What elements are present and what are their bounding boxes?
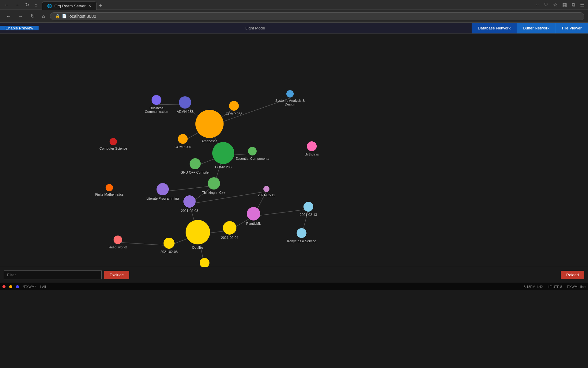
node-label-birthdays: Birthdays xyxy=(305,152,319,156)
buffer-network-tab[interactable]: Buffer Network xyxy=(517,23,556,33)
active-tab[interactable]: 🌐 Org Roam Server ✕ xyxy=(42,2,96,10)
time-label: 8:18PM 1.42 xyxy=(524,285,543,289)
status-right: 8:18PM 1.42 LF UTF-8 EXWM : line xyxy=(524,285,586,289)
node-label-business-comm: BusinessCommunication xyxy=(145,106,168,113)
nav-back-button[interactable]: ← xyxy=(4,12,13,20)
node-circle-athabasca xyxy=(195,110,224,138)
node-immutable-emacs[interactable]: Immutable Emacs xyxy=(191,258,218,267)
node-circle-systems-analysis xyxy=(286,90,294,98)
node-comp200[interactable]: COMP 200 xyxy=(175,134,191,149)
file-viewer-tab[interactable]: File Viewer xyxy=(556,23,588,33)
node-circle-2021-02-03 xyxy=(183,195,196,208)
url-text: localhost:8080 xyxy=(69,14,96,19)
node-label-thinking-cpp: Thinking in C++ xyxy=(202,191,225,194)
database-network-tab[interactable]: Database Network xyxy=(472,23,517,33)
node-label-2021-02-13: 2021-02-13 xyxy=(300,213,317,217)
node-label-admn233: ADMN 233 xyxy=(177,110,193,113)
tab-close-button[interactable]: ✕ xyxy=(88,4,91,8)
node-gnu-cpp[interactable]: GNU C++ Compiler xyxy=(180,158,209,174)
back-button[interactable]: ← xyxy=(2,2,11,8)
node-label-essential: Essential Components xyxy=(236,157,269,160)
node-circle-2021-02-11 xyxy=(263,186,270,192)
status-bar: *EXWM* 1 All 8:18PM 1.42 LF UTF-8 EXWM :… xyxy=(0,283,588,290)
forward-button[interactable]: → xyxy=(13,2,21,8)
app-navbar: Enable Preview Light Mode Database Netwo… xyxy=(0,23,588,34)
nav-left: Enable Preview xyxy=(0,23,39,33)
node-circle-essential xyxy=(248,147,257,155)
node-comp206[interactable]: COMP 206 xyxy=(212,142,234,169)
node-dotfiles[interactable]: Dotfiles xyxy=(186,220,210,249)
exclude-button[interactable]: Exclude xyxy=(104,271,129,279)
node-label-literate-prog: Literate Programming xyxy=(146,197,179,200)
enable-preview-button[interactable]: Enable Preview xyxy=(0,26,39,30)
node-2021-02-13[interactable]: 2021-02-13 xyxy=(300,202,317,217)
workspace-label: *EXWM* xyxy=(23,285,36,289)
node-computer-science[interactable]: Computer Science xyxy=(100,138,127,150)
node-circle-dotfiles xyxy=(186,220,210,244)
node-circle-birthdays xyxy=(307,141,317,151)
node-circle-immutable-emacs xyxy=(200,258,209,267)
mode-label: EXWM : line xyxy=(567,285,586,289)
svg-line-12 xyxy=(190,191,266,204)
menu-icon[interactable]: ☰ xyxy=(579,1,586,9)
node-admn233[interactable]: ADMN 233 xyxy=(177,96,193,113)
sidebar-icon[interactable]: ▦ xyxy=(561,1,568,9)
node-2021-02-08[interactable]: 2021-02-08 xyxy=(160,238,178,254)
new-tab-button[interactable]: + xyxy=(96,1,105,10)
node-athabasca[interactable]: Athabasca xyxy=(195,110,224,143)
node-label-2021-02-11: 2021-02-11 xyxy=(258,193,275,197)
node-essential[interactable]: Essential Components xyxy=(236,147,269,160)
node-label-comp268: COMP 268 xyxy=(226,112,242,116)
node-label-finite-math: Finite Mathematics xyxy=(95,193,123,196)
address-bar: ← → ↻ ⌂ 🔒 📄 localhost:8080 xyxy=(0,10,588,23)
node-birthdays[interactable]: Birthdays xyxy=(305,141,319,156)
node-circle-2021-02-04 xyxy=(223,221,236,235)
node-thinking-cpp[interactable]: Thinking in C++ xyxy=(202,177,225,194)
bookmark-icon[interactable]: ☆ xyxy=(552,1,559,9)
node-2021-02-11[interactable]: 2021-02-11 xyxy=(258,186,275,197)
node-2021-02-03[interactable]: 2021-02-03 xyxy=(181,195,198,213)
node-kanye[interactable]: Kanye as a Service xyxy=(287,228,316,243)
node-hello-world[interactable]: Hello, world! xyxy=(109,236,127,249)
node-circle-plantuml xyxy=(247,207,260,220)
node-label-computer-science: Computer Science xyxy=(100,147,127,150)
node-label-plantuml: PlantUML xyxy=(246,222,261,225)
node-plantuml[interactable]: PlantUML xyxy=(246,207,261,225)
split-icon[interactable]: ⧉ xyxy=(571,1,576,9)
node-circle-gnu-cpp xyxy=(190,158,201,169)
extensions-icon[interactable]: ⋯ xyxy=(533,1,540,9)
node-circle-admn233 xyxy=(179,96,191,109)
filter-bar: Exclude Reload xyxy=(0,267,588,283)
node-circle-comp268 xyxy=(229,101,239,111)
node-circle-thinking-cpp xyxy=(208,177,220,190)
nav-home-button[interactable]: ⌂ xyxy=(40,12,47,20)
nav-center: Light Mode xyxy=(39,23,472,33)
security-icon: 🔒 xyxy=(55,14,60,18)
node-business-comm[interactable]: BusinessCommunication xyxy=(145,95,168,113)
nav-forward-button[interactable]: → xyxy=(16,12,26,20)
node-label-hello-world: Hello, world! xyxy=(109,245,127,249)
filter-input[interactable] xyxy=(4,270,102,279)
node-literate-prog[interactable]: Literate Programming xyxy=(146,183,179,200)
node-label-2021-02-04: 2021-02-04 xyxy=(221,236,238,240)
node-label-2021-02-03: 2021-02-03 xyxy=(181,209,198,213)
status-dot-red xyxy=(2,285,6,288)
reload-button[interactable]: ↻ xyxy=(23,1,31,8)
nav-refresh-button[interactable]: ↻ xyxy=(28,12,37,20)
node-circle-hello-world xyxy=(114,236,122,244)
node-circle-2021-02-08 xyxy=(164,238,175,249)
status-dot-blue xyxy=(16,285,19,288)
node-circle-computer-science xyxy=(110,138,117,145)
node-circle-kanye xyxy=(297,228,307,238)
reload-button-filter[interactable]: Reload xyxy=(561,271,584,279)
desktop-label: 1 All xyxy=(40,285,46,289)
node-finite-math[interactable]: Finite Mathematics xyxy=(95,184,123,196)
node-comp268[interactable]: COMP 268 xyxy=(226,101,242,116)
node-systems-analysis[interactable]: Systems Analysis &Design xyxy=(275,90,305,106)
node-2021-02-04[interactable]: 2021-02-04 xyxy=(221,221,238,240)
node-circle-finite-math xyxy=(106,184,113,191)
url-bar[interactable]: 🔒 📄 localhost:8080 xyxy=(50,12,584,20)
home-button[interactable]: ⌂ xyxy=(33,2,40,8)
node-label-systems-analysis: Systems Analysis &Design xyxy=(275,99,305,106)
favorites-icon[interactable]: ♡ xyxy=(543,1,549,9)
